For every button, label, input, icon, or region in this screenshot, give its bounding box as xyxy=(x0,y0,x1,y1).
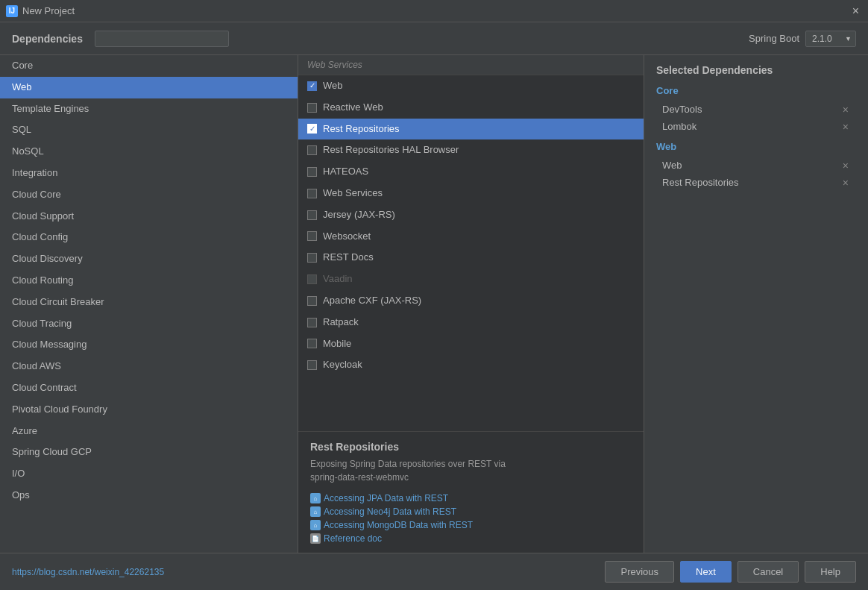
checkbox-label-web: Web xyxy=(323,78,343,94)
sidebar-item-ops[interactable]: Ops xyxy=(0,485,298,506)
checkbox-vaadin xyxy=(307,274,317,284)
checkbox-label-keycloak: Keycloak xyxy=(323,357,362,373)
sidebar-item-sql[interactable]: SQL xyxy=(0,119,298,141)
checkbox-item-rest-docs[interactable]: REST Docs xyxy=(298,247,644,269)
link-neo4j[interactable]: ⌂ Accessing Neo4j Data with REST xyxy=(310,506,632,517)
checkbox-item-jersey[interactable]: Jersey (JAX-RS) xyxy=(298,204,644,226)
checkbox-rest-repositories: ✓ xyxy=(307,124,317,134)
sidebar-item-nosql[interactable]: NoSQL xyxy=(0,141,298,163)
next-button[interactable]: Next xyxy=(680,561,732,583)
spring-boot-label: Spring Boot xyxy=(749,33,799,44)
checkbox-apache-cxf xyxy=(307,296,317,306)
checkbox-reactive-web xyxy=(307,103,317,113)
sidebar-item-web[interactable]: Web xyxy=(0,77,298,98)
checkbox-label-ratpack: Ratpack xyxy=(323,315,359,330)
sidebar-item-integration[interactable]: Integration xyxy=(0,163,298,184)
checkbox-websocket xyxy=(307,231,317,241)
checkbox-web-services xyxy=(307,189,317,198)
link-label-jpa: Accessing JPA Data with REST xyxy=(324,493,448,503)
spring-boot-select-wrapper[interactable]: 2.1.0 2.0.9 1.5.21 xyxy=(805,31,856,47)
dep-label-rest-repositories: Rest Repositories xyxy=(662,177,739,188)
link-reference-doc[interactable]: 📄 Reference doc xyxy=(310,533,632,544)
sidebar-item-azure[interactable]: Azure xyxy=(0,421,298,442)
content-area: Core Web Template Engines SQL NoSQL Inte… xyxy=(0,55,868,553)
checkbox-item-rest-repositories[interactable]: ✓ Rest Repositories xyxy=(298,119,644,140)
group-label-core: Core xyxy=(656,85,856,96)
selected-dep-devtools: DevTools × xyxy=(656,101,856,118)
sidebar-item-cloud-discovery[interactable]: Cloud Discovery xyxy=(0,248,298,270)
checkbox-item-rest-repositories-hal[interactable]: Rest Repositories HAL Browser xyxy=(298,139,644,161)
group-label-web: Web xyxy=(656,141,856,152)
home-icon-neo4j: ⌂ xyxy=(310,506,321,517)
left-panel: Core Web Template Engines SQL NoSQL Inte… xyxy=(0,55,298,553)
checkbox-jersey xyxy=(307,210,317,220)
sidebar-item-pivotal-cloud-foundry[interactable]: Pivotal Cloud Foundry xyxy=(0,399,298,421)
help-button[interactable]: Help xyxy=(805,561,856,583)
selected-deps-title: Selected Dependencies xyxy=(656,64,856,76)
footer-bar: https://blog.csdn.net/weixin_42262135 Pr… xyxy=(0,553,868,590)
sidebar-item-cloud-tracing[interactable]: Cloud Tracing xyxy=(0,313,298,335)
checkbox-label-hateoas: HATEOAS xyxy=(323,164,368,180)
checkbox-label-rest-repositories-hal: Rest Repositories HAL Browser xyxy=(323,142,459,158)
link-label-reference-doc: Reference doc xyxy=(324,533,382,544)
sidebar-item-cloud-config[interactable]: Cloud Config xyxy=(0,227,298,248)
checkbox-mobile xyxy=(307,339,317,348)
checkbox-item-keycloak[interactable]: Keycloak xyxy=(298,354,644,376)
checkbox-label-reactive-web: Reactive Web xyxy=(323,100,383,116)
link-mongodb[interactable]: ⌂ Accessing MongoDB Data with REST xyxy=(310,520,632,530)
sidebar-item-cloud-circuit-breaker[interactable]: Cloud Circuit Breaker xyxy=(0,292,298,313)
cancel-button[interactable]: Cancel xyxy=(738,561,799,583)
middle-list: Web Services ✓ Web Reactive Web ✓ Rest R… xyxy=(298,55,644,431)
link-jpa[interactable]: ⌂ Accessing JPA Data with REST xyxy=(310,493,632,503)
link-label-neo4j: Accessing Neo4j Data with REST xyxy=(324,506,456,517)
checkbox-item-web[interactable]: ✓ Web xyxy=(298,75,644,97)
checkbox-label-jersey: Jersey (JAX-RS) xyxy=(323,207,395,223)
spring-boot-select[interactable]: 2.1.0 2.0.9 1.5.21 xyxy=(805,31,856,47)
sidebar-item-cloud-contract[interactable]: Cloud Contract xyxy=(0,377,298,399)
dep-label-devtools: DevTools xyxy=(662,104,702,115)
home-icon-mongodb: ⌂ xyxy=(310,520,321,530)
selected-dep-rest-repositories: Rest Repositories × xyxy=(656,174,856,191)
sidebar-item-cloud-core[interactable]: Cloud Core xyxy=(0,184,298,206)
sidebar-item-core[interactable]: Core xyxy=(0,55,298,77)
selected-dep-web: Web × xyxy=(656,157,856,174)
info-panel: Rest Repositories Exposing Spring Data r… xyxy=(298,431,644,553)
checkbox-keycloak xyxy=(307,360,317,370)
checkbox-label-websocket: Websocket xyxy=(323,229,371,245)
remove-lombok-button[interactable]: × xyxy=(841,122,850,132)
close-button[interactable]: × xyxy=(849,4,862,19)
sidebar-item-spring-cloud-gcp[interactable]: Spring Cloud GCP xyxy=(0,442,298,463)
checkbox-item-apache-cxf[interactable]: Apache CXF (JAX-RS) xyxy=(298,290,644,312)
search-input[interactable] xyxy=(95,31,229,47)
sidebar-item-template-engines[interactable]: Template Engines xyxy=(0,98,298,120)
remove-web-button[interactable]: × xyxy=(841,160,850,171)
middle-panel: Web Services ✓ Web Reactive Web ✓ Rest R… xyxy=(298,55,644,553)
checkbox-label-apache-cxf: Apache CXF (JAX-RS) xyxy=(323,293,421,309)
checkbox-item-websocket[interactable]: Websocket xyxy=(298,226,644,248)
checkbox-ratpack xyxy=(307,318,317,327)
dependencies-label: Dependencies xyxy=(12,33,83,45)
checkbox-item-reactive-web[interactable]: Reactive Web xyxy=(298,97,644,119)
checkbox-label-web-services: Web Services xyxy=(323,186,383,201)
checkbox-label-rest-docs: REST Docs xyxy=(323,250,374,266)
checkbox-item-mobile[interactable]: Mobile xyxy=(298,333,644,355)
main-container: Dependencies Spring Boot 2.1.0 2.0.9 1.5… xyxy=(0,22,868,590)
checkbox-item-ratpack[interactable]: Ratpack xyxy=(298,312,644,333)
info-description: Exposing Spring Data repositories over R… xyxy=(310,457,632,484)
sidebar-item-cloud-support[interactable]: Cloud Support xyxy=(0,206,298,227)
title-bar-left: IJ New Project xyxy=(6,5,75,17)
link-label-mongodb: Accessing MongoDB Data with REST xyxy=(324,520,473,530)
sidebar-item-io[interactable]: I/O xyxy=(0,463,298,485)
info-links: ⌂ Accessing JPA Data with REST ⌂ Accessi… xyxy=(310,493,632,544)
sidebar-item-cloud-routing[interactable]: Cloud Routing xyxy=(0,270,298,292)
remove-rest-repositories-button[interactable]: × xyxy=(841,178,850,188)
spring-boot-area: Spring Boot 2.1.0 2.0.9 1.5.21 xyxy=(749,31,856,47)
info-title: Rest Repositories xyxy=(310,441,632,453)
sidebar-item-cloud-messaging[interactable]: Cloud Messaging xyxy=(0,334,298,356)
checkbox-item-hateoas[interactable]: HATEOAS xyxy=(298,161,644,183)
remove-devtools-button[interactable]: × xyxy=(841,104,850,115)
checkbox-hateoas xyxy=(307,167,317,177)
checkbox-item-web-services[interactable]: Web Services xyxy=(298,183,644,204)
previous-button[interactable]: Previous xyxy=(605,561,674,583)
sidebar-item-cloud-aws[interactable]: Cloud AWS xyxy=(0,356,298,377)
